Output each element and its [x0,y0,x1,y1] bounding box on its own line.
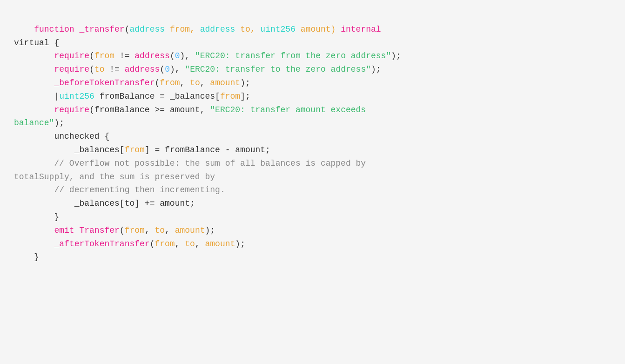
code-token: } [34,252,39,262]
code-token: ( [120,226,125,235]
code-line: emit Transfer(from, to, amount); [14,224,611,237]
code-token: address [129,25,165,34]
code-token: ( [125,25,130,34]
code-token: 0 [165,65,170,74]
code-token: from [94,51,114,61]
code-token: // Overflow not possible: the sum of all… [54,159,366,168]
code-token: fromBalance = _balances[ [94,92,220,101]
code-line: _balances[from] = fromBalance - amount; [14,143,611,157]
code-token: _beforeTokenTransfer [54,78,155,88]
code-line: _balances[to] += amount; [14,197,611,210]
code-token: ( [89,51,94,61]
code-token: _transfer [79,25,124,34]
code-token: amount [210,78,240,88]
code-token: ]; [240,92,250,101]
code-token: from [160,78,180,88]
code-token: from [125,145,145,155]
code-token: from [220,92,240,101]
code-token: ( [170,51,175,61]
code-line: } [14,210,611,224]
code-token: , [180,78,190,88]
code-token: address [125,65,160,74]
code-token: amount [205,239,235,249]
code-token: , [145,226,155,235]
code-line: } [14,250,611,264]
code-line: unchecked { [14,130,611,143]
code-token: ); [240,78,250,88]
code-token: } [54,212,59,222]
code-line: function _transfer(address from, address… [14,23,611,36]
code-token: ); [205,226,215,235]
code-token: , [175,239,185,249]
code-token: _balances[ [74,145,125,155]
code-token: ); [235,239,245,249]
code-token: != [114,51,134,61]
code-token: virtual { [14,38,59,47]
code-line: // Overflow not possible: the sum of all… [14,157,611,170]
code-token: address [200,25,235,34]
code-token: emit [54,226,79,235]
code-token: to [94,65,105,74]
code-token: | [54,92,59,101]
code-token: "ERC20: transfer amount exceeds [210,105,366,115]
code-token: ); [54,118,64,128]
code-token: , [200,78,210,88]
code-token: to [190,78,200,88]
code-line: balance"); [14,116,611,130]
code-token: unchecked { [54,132,109,141]
code-token: uint256 [260,25,296,34]
code-token: to, [235,25,260,34]
code-token: internal [341,25,381,34]
code-line: require(to != address(0), "ERC20: transf… [14,63,611,76]
code-token: amount) [296,25,341,34]
code-token: amount [175,226,205,235]
code-token: Transfer [79,226,119,235]
code-token: require [54,51,89,61]
code-token: function [34,25,79,34]
code-line: _beforeTokenTransfer(from, to, amount); [14,76,611,90]
code-token: ( [89,65,94,74]
code-token: balance" [14,118,54,128]
code-token: // decrementing then incrementing. [54,185,225,195]
code-token: , [165,226,175,235]
code-token: to [155,226,165,235]
code-token: "ERC20: transfer to the zero address" [185,65,371,74]
code-token: ( [155,78,160,88]
code-token: from [125,226,145,235]
code-block: function _transfer(address from, address… [14,9,611,264]
code-line: |uint256 fromBalance = _balances[from]; [14,90,611,103]
code-token: ); [391,51,401,61]
code-token: require [54,65,89,74]
code-token: ] = fromBalance - amount; [145,145,270,155]
code-line: _afterTokenTransfer(from, to, amount); [14,237,611,251]
code-token: (fromBalance >= amount, [89,105,210,115]
code-token: ( [160,65,165,74]
code-token: uint256 [59,92,94,101]
code-line: totalSupply, and the sum is preserved by [14,170,611,184]
code-token: ), [180,51,195,61]
code-token: _balances[to] += amount; [74,199,195,208]
code-token: ); [371,65,381,74]
code-token: "ERC20: transfer from the zero address" [195,51,391,61]
code-token: , [195,239,205,249]
code-token: ), [170,65,185,74]
code-token: require [54,105,89,115]
code-token: _afterTokenTransfer [54,239,149,249]
code-line: // decrementing then incrementing. [14,183,611,197]
code-token: from, [165,25,200,34]
code-line: require(from != address(0), "ERC20: tran… [14,49,611,63]
code-line: require(fromBalance >= amount, "ERC20: t… [14,103,611,117]
code-token: != [104,65,124,74]
code-token: totalSupply, and the sum is preserved by [14,172,215,182]
code-line: virtual { [14,36,611,50]
code-token: address [134,51,170,61]
code-token: from [155,239,175,249]
code-token: to [185,239,195,249]
code-token: ( [150,239,155,249]
code-token: 0 [175,51,180,61]
